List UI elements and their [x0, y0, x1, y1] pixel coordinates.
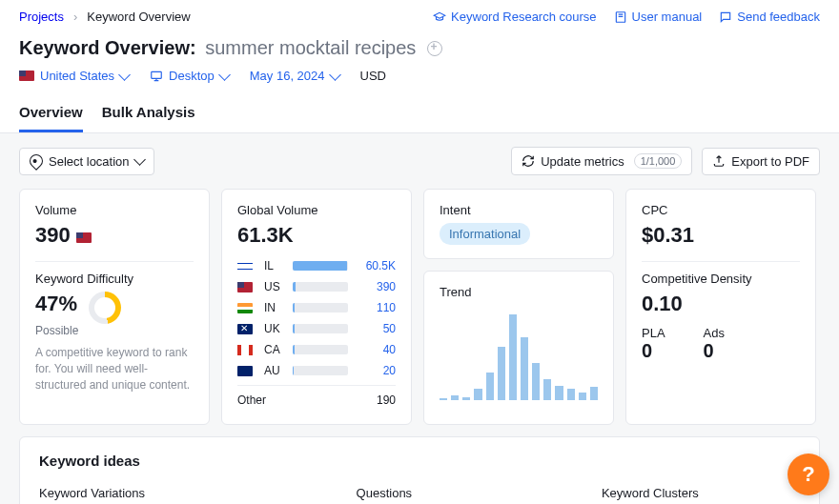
volume-value: 60.5K [356, 259, 396, 272]
flag-icon [237, 282, 253, 292]
volume-bar [293, 303, 348, 312]
country-filter[interactable]: United States [19, 69, 129, 83]
device-filter[interactable]: Desktop [150, 69, 229, 83]
global-volume-row[interactable]: AU 20 [237, 360, 396, 381]
page-title: Keyword Overview: summer mocktail recipe… [19, 37, 421, 58]
us-flag-icon [76, 232, 92, 243]
volume-value: 110 [356, 301, 396, 314]
flag-icon [237, 303, 253, 313]
trend-bar [451, 395, 459, 400]
breadcrumb: Projects › Keyword Overview [19, 10, 433, 24]
export-pdf-button[interactable]: Export to PDF [702, 148, 820, 175]
country-code: IN [264, 301, 285, 314]
ads-value: 0 [704, 340, 725, 362]
chevron-down-icon [218, 69, 231, 81]
country-code: CA [264, 343, 285, 356]
add-keyword-icon[interactable] [427, 41, 442, 56]
pla-value: 0 [642, 340, 665, 362]
volume-value: 50 [356, 322, 396, 335]
difficulty-donut-icon [89, 292, 121, 324]
trend-chart [440, 305, 598, 400]
competitive-density-value: 0.10 [642, 292, 800, 316]
trend-bar [521, 337, 528, 400]
trend-bar [555, 386, 563, 400]
breadcrumb-current: Keyword Overview [87, 10, 190, 24]
pla-label: PLA [642, 326, 665, 340]
breadcrumb-projects[interactable]: Projects [19, 10, 64, 24]
volume-label: Volume [35, 203, 194, 217]
svg-rect-1 [152, 71, 162, 78]
kd-value: 47% [35, 292, 77, 315]
tab-bulk-analysis[interactable]: Bulk Analysis [102, 94, 195, 132]
country-code: IL [264, 259, 285, 272]
volume-card: Volume 390 Keyword Difficulty 47% Possib… [19, 189, 210, 425]
quota-pill: 1/1,000 [634, 153, 683, 169]
trend-card: Trend [423, 271, 614, 425]
volume-value: 20 [356, 364, 396, 377]
keyword-text: summer mocktail recipes [205, 37, 416, 58]
flag-icon [237, 366, 253, 376]
flag-icon [237, 324, 253, 334]
global-volume-row[interactable]: IN 110 [237, 297, 396, 318]
global-volume-label: Global Volume [237, 203, 396, 217]
trend-bar [579, 393, 586, 400]
chat-icon [719, 10, 732, 24]
chevron-down-icon [118, 69, 131, 81]
global-volume-other-row: Other 190 [237, 390, 396, 411]
us-flag-icon [19, 71, 34, 81]
kd-description: A competitive keyword to rank for. You w… [35, 345, 194, 393]
update-metrics-button[interactable]: Update metrics 1/1,000 [511, 147, 692, 175]
keyword-variations-block: Keyword Variations 35 Total volume: 1.0K [39, 486, 167, 504]
keyword-ideas-title: Keyword ideas [39, 453, 800, 469]
volume-value: 390 [356, 280, 396, 293]
select-location-button[interactable]: Select location [19, 148, 154, 175]
keyword-clusters-block: Keyword Clusters Get keyword clusters au… [602, 486, 800, 504]
trend-bar [486, 373, 494, 400]
intent-card: Intent Informational [423, 189, 614, 259]
kd-label: Keyword Difficulty [35, 272, 194, 286]
cpc-value: $0.31 [642, 223, 800, 248]
keyword-ideas-card: Keyword ideas Keyword Variations 35 Tota… [19, 436, 820, 504]
variations-label: Keyword Variations [39, 486, 167, 500]
global-volume-row[interactable]: IL 60.5K [237, 255, 396, 276]
ads-label: Ads [704, 326, 725, 340]
country-code: US [264, 280, 285, 293]
location-pin-icon [27, 151, 46, 171]
export-icon [712, 154, 726, 168]
keyword-research-course-link[interactable]: Keyword Research course [433, 10, 596, 24]
volume-bar [293, 282, 348, 292]
global-volume-row[interactable]: UK 50 [237, 318, 396, 339]
flag-icon [237, 345, 253, 355]
cpc-label: CPC [642, 203, 800, 217]
trend-bar [462, 397, 470, 400]
intent-badge: Informational [440, 223, 530, 245]
global-volume-value: 61.3K [237, 223, 396, 248]
trend-label: Trend [440, 285, 598, 299]
refresh-icon [522, 154, 535, 168]
link-label: Keyword Research course [451, 10, 596, 24]
link-label: User manual [632, 10, 703, 24]
global-volume-row[interactable]: CA 40 [237, 339, 396, 360]
date-filter[interactable]: May 16, 2024 [250, 69, 339, 83]
trend-bar [567, 389, 575, 400]
trend-bar [440, 398, 447, 400]
kd-sublabel: Possible [35, 324, 194, 337]
questions-block: Questions n/a [357, 486, 413, 504]
chevron-down-icon [329, 69, 341, 81]
volume-value: 390 [35, 223, 194, 248]
trend-bar [590, 387, 598, 400]
trend-bar [532, 363, 540, 400]
clusters-label: Keyword Clusters [602, 486, 800, 500]
volume-bar [293, 345, 348, 354]
tab-overview[interactable]: Overview [19, 94, 83, 132]
user-manual-link[interactable]: User manual [614, 10, 703, 24]
send-feedback-link[interactable]: Send feedback [719, 10, 820, 24]
country-code: UK [264, 322, 285, 335]
chevron-right-icon: › [73, 10, 77, 24]
cpc-card: CPC $0.31 Competitive Density 0.10 PLA 0… [625, 189, 816, 425]
help-button[interactable]: ? [788, 454, 829, 495]
volume-bar [293, 324, 348, 333]
questions-label: Questions [357, 486, 413, 500]
global-volume-card: Global Volume 61.3K IL 60.5K US 390 IN 1… [221, 189, 412, 425]
global-volume-row[interactable]: US 390 [237, 276, 396, 297]
